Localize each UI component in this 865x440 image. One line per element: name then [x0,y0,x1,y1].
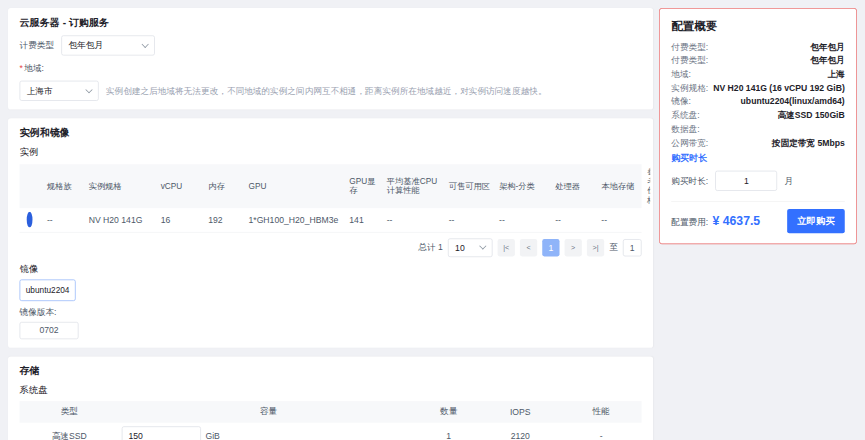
header-memory: 内存 [205,179,245,194]
instance-table: 规格族 实例规格 vCPU 内存 GPU GPU显存 平均基准CPU计算性能 可… [20,164,642,232]
image-label: 镜像 [20,263,642,276]
cell-disk-type: 高速SSD [20,427,120,440]
summary-row-value: 上海 [827,68,844,80]
header-disk-iops: IOPS [480,404,561,420]
summary-row-label: 公网带宽: [671,137,708,149]
pagination-prev-button[interactable]: < [520,239,537,256]
header-availability-zone: 可售可用区 [446,179,496,194]
billing-type-select[interactable]: 包年包月 [61,35,155,55]
order-header-card: 云服务器 - 订购服务 计费类型 包年包月 *地域: 上海市 实例创建之后地域将… [8,8,653,110]
order-form-column: 云服务器 - 订购服务 计费类型 包年包月 *地域: 上海市 实例创建之后地域将… [8,8,653,440]
cell-vcpu: 16 [158,212,206,228]
cell-gpu-memory: 141 [346,212,383,228]
billing-type-value: 包年包月 [68,39,103,51]
summary-title: 配置概要 [671,19,845,34]
pagination: 总计 1 10 |< < 1 > >| 至 [20,238,642,257]
pagination-page-button[interactable]: 1 [542,239,559,256]
image-version-label: 镜像版本: [20,307,642,319]
instance-subtitle: 实例 [20,146,642,159]
header-disk-capacity: 容量 [119,403,418,421]
storage-section-title: 存储 [20,365,642,378]
chevron-down-icon [479,243,486,250]
cell-architecture: -- [496,212,552,228]
header-gpu: GPU [246,179,347,194]
region-label: 地域: [24,63,44,73]
summary-divider [671,201,845,202]
pagination-jump-input[interactable] [623,239,642,256]
billing-type-label: 计费类型 [20,39,55,51]
instance-table-row: -- NV H20 141G 16 192 1*GH100_H20_HBM3e … [20,208,642,232]
cell-gpu: 1*GH100_H20_HBM3e [246,212,347,228]
summary-row-label: 数据盘: [671,123,699,135]
summary-row-value: NV H20 141G (16 vCPU 192 GiB) [713,82,845,94]
cell-cpu-performance: -- [384,212,446,228]
cell-disk-iops: 2120 [480,428,561,440]
page-size-select[interactable]: 10 [448,238,493,257]
summary-row: 付费类型: 包年包月 [671,55,845,67]
duration-label: 购买时长: [671,175,708,187]
system-disk-label: 系统盘 [20,384,642,397]
summary-row: 数据盘: [671,123,845,135]
instance-table-header: 规格族 实例规格 vCPU 内存 GPU GPU显存 平均基准CPU计算性能 可… [20,164,642,208]
header-instance-spec: 实例规格 [86,179,158,194]
summary-row-label: 付费类型: [671,41,708,53]
region-select[interactable]: 上海市 [20,81,99,101]
capacity-unit: GiB [205,431,219,440]
image-card-ubuntu[interactable]: ubuntu2204 [20,279,76,301]
cell-instance-spec: NV H20 141G [86,212,158,228]
summary-row: 公网带宽: 按固定带宽 5Mbps [671,137,845,149]
summary-row: 系统盘: 高速SSD 150GiB [671,110,845,122]
summary-row-value: ubuntu2204(linux/amd64) [741,96,845,108]
instance-image-card: 实例和镜像 实例 规格族 实例规格 vCPU 内存 GPU GPU显存 平均基准… [8,118,653,348]
storage-card: 存储 系统盘 类型 容量 数量 IOPS 性能 高速SSD GiB 1 2120… [8,356,653,440]
header-spec-family: 规格族 [44,179,86,194]
cost-row: 配置费用: ¥ 4637.5 立即购买 [671,209,845,233]
summary-row: 实例规格: NV H20 141G (16 vCPU 192 GiB) [671,82,845,94]
image-version-input[interactable] [20,322,79,339]
instance-section-title: 实例和镜像 [20,127,642,140]
summary-row-label: 镜像: [671,96,691,108]
pagination-first-button[interactable]: |< [498,239,515,256]
instance-row-radio[interactable] [27,212,33,228]
summary-row-value: 包年包月 [810,55,845,67]
header-architecture: 架构-分类 [496,179,552,194]
summary-row-value: 高速SSD 150GiB [778,110,845,122]
header-processor: 处理器 [552,179,598,194]
system-disk-table-header: 类型 容量 数量 IOPS 性能 [20,401,642,423]
config-summary-panel: 配置概要 付费类型: 包年包月 付费类型: 包年包月 地域: 上海 实例规格: … [659,8,857,244]
summary-row: 付费类型: 包年包月 [671,41,845,53]
summary-row-label: 地域: [671,68,691,80]
required-mark: * [20,63,23,73]
header-disk-performance: 性能 [561,403,642,421]
duration-input[interactable] [715,171,777,191]
cost-label: 配置费用: [671,216,708,228]
header-reference-price: 参考价格 [644,164,650,208]
summary-row-value: 包年包月 [810,41,845,53]
header-disk-count: 数量 [418,403,480,421]
cell-availability-zone: -- [446,212,496,228]
pagination-total: 总计 1 [418,242,442,254]
pagination-next-button[interactable]: > [565,239,582,256]
chevron-down-icon [85,86,92,93]
system-disk-capacity-input[interactable] [122,427,201,440]
summary-row-label: 系统盘: [671,110,699,122]
chevron-down-icon [142,40,149,47]
duration-row: 购买时长: 月 [671,171,845,191]
page-title: 云服务器 - 订购服务 [20,17,642,30]
cell-spec-family: -- [44,212,86,228]
pagination-last-button[interactable]: >| [587,239,604,256]
header-cpu-performance: 平均基准CPU计算性能 [384,174,446,199]
region-value: 上海市 [27,85,53,97]
buy-now-button[interactable]: 立即购买 [787,209,845,233]
duration-unit: 月 [785,175,794,187]
summary-row-value: 按固定带宽 5Mbps [772,137,845,149]
summary-row-label: 实例规格: [671,82,708,94]
summary-row: 地域: 上海 [671,68,845,80]
region-label-row: *地域: [20,63,642,75]
pagination-jump-label: 至 [609,242,618,254]
cell-local-storage: -- [598,212,644,228]
system-disk-row: 高速SSD GiB 1 2120 - [20,423,642,440]
header-local-storage: 本地存储 [598,179,644,194]
cost-value: ¥ 4637.5 [713,214,761,228]
summary-row: 镜像: ubuntu2204(linux/amd64) [671,96,845,108]
